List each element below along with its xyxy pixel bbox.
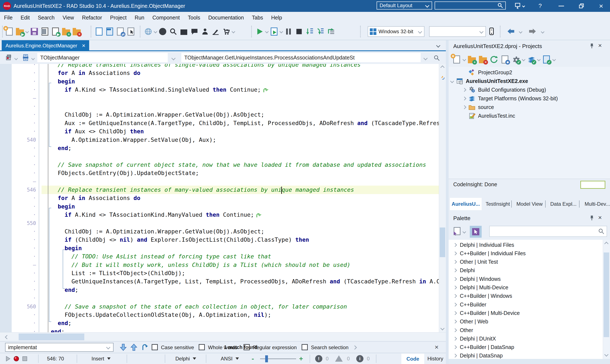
toggle-form-unit-icon[interactable]: ⇄ bbox=[116, 27, 125, 36]
panel-splitter[interactable] bbox=[446, 40, 449, 364]
whole-words-checkbox[interactable] bbox=[199, 344, 205, 350]
view-form-icon[interactable] bbox=[105, 27, 114, 36]
scroll-up-icon[interactable] bbox=[604, 242, 609, 246]
chevron-down-icon[interactable] bbox=[537, 58, 541, 61]
scroll-left-icon[interactable] bbox=[5, 335, 9, 339]
editor-search-icon[interactable] bbox=[433, 55, 440, 61]
pause-icon[interactable] bbox=[284, 27, 293, 36]
compass-icon[interactable] bbox=[158, 27, 167, 36]
code-line[interactable]: List := TList<TObject>(ChildObj); bbox=[0, 269, 446, 277]
class-combo[interactable]: TObjectManager bbox=[37, 53, 168, 62]
close-find-bar-icon[interactable]: × bbox=[435, 343, 439, 351]
chevron-down-icon[interactable] bbox=[462, 58, 466, 61]
zoom-in-button[interactable]: + bbox=[299, 353, 303, 364]
scroll-down-icon[interactable] bbox=[604, 352, 609, 357]
target-device-combo[interactable] bbox=[429, 26, 486, 37]
tree-expand-icon[interactable] bbox=[450, 79, 454, 83]
code-line[interactable]: end; bbox=[0, 319, 446, 327]
macro-stop-icon[interactable] bbox=[22, 355, 28, 362]
zoom-out-button[interactable]: - bbox=[252, 353, 254, 364]
run-without-debugging-icon[interactable] bbox=[270, 27, 279, 36]
chevron-down-icon[interactable] bbox=[522, 58, 526, 61]
remove-file-icon[interactable]: × bbox=[72, 27, 81, 36]
code-line[interactable]: end; bbox=[0, 327, 446, 332]
tree-item[interactable]: Target Platforms (Windows 32-bit) bbox=[449, 94, 610, 103]
panel-tab-3[interactable]: Data Expl... bbox=[548, 198, 579, 210]
desktop-speed-setting-button[interactable] bbox=[510, 0, 529, 12]
select-component-icon[interactable] bbox=[126, 27, 136, 36]
views-icon[interactable]: ✓ bbox=[542, 55, 551, 64]
save-icon[interactable] bbox=[30, 27, 39, 36]
palette-category[interactable]: C++Builder | Windows bbox=[449, 292, 603, 300]
selection-mode-button[interactable] bbox=[470, 226, 482, 238]
menu-tabs[interactable]: Tabs bbox=[248, 15, 267, 21]
expert-icon[interactable] bbox=[200, 27, 210, 36]
remove-file-icon[interactable]: × bbox=[478, 55, 488, 64]
palette-category[interactable]: C++Builder | Individual Files bbox=[449, 249, 603, 258]
expand-icon[interactable] bbox=[453, 277, 457, 281]
tab-list-chevron-icon[interactable] bbox=[436, 43, 440, 48]
expand-icon[interactable] bbox=[453, 345, 457, 349]
open-project-icon[interactable]: ▶ bbox=[15, 27, 25, 36]
expand-icon[interactable] bbox=[453, 251, 457, 255]
code-line[interactable]: // Replace transient instances of single… bbox=[0, 64, 446, 69]
code-line[interactable] bbox=[0, 152, 446, 161]
sign-icon[interactable] bbox=[211, 27, 220, 36]
code-line[interactable]: begin bbox=[0, 77, 446, 86]
code-line[interactable]: for A in Associations do bbox=[0, 194, 446, 202]
tab-close-icon[interactable]: × bbox=[82, 42, 85, 49]
add-file-icon[interactable]: + bbox=[61, 27, 71, 36]
language-dropdown[interactable]: Delphi bbox=[175, 353, 196, 364]
new-project-icon[interactable]: ✳ bbox=[452, 55, 461, 64]
palette-category[interactable]: Other | Unit Test bbox=[449, 258, 603, 266]
chevron-down-icon[interactable] bbox=[26, 30, 29, 33]
palette-category[interactable]: C++Builder | DataSnap bbox=[449, 343, 603, 351]
tree-item[interactable]: AureliusTest.inc bbox=[449, 112, 610, 120]
expand-icon[interactable] bbox=[453, 243, 457, 247]
stop-icon[interactable] bbox=[294, 27, 304, 36]
code-line[interactable]: end; bbox=[0, 144, 446, 152]
palette-category[interactable]: Delphi | DataSnap bbox=[449, 351, 603, 359]
panel-tab-4[interactable]: Multi-Dev... bbox=[582, 198, 610, 210]
menu-file[interactable]: File bbox=[0, 15, 16, 21]
panel-tab-1[interactable]: TestInsight bbox=[484, 198, 511, 210]
panel-tab-0[interactable]: AureliusU... bbox=[450, 198, 482, 210]
palette-category[interactable]: Delphi | Individual Files bbox=[449, 241, 603, 249]
code-line[interactable] bbox=[0, 294, 446, 302]
menu-project[interactable]: Project bbox=[106, 15, 131, 21]
menu-documentation[interactable]: Documentation bbox=[204, 15, 248, 21]
minimize-button[interactable] bbox=[553, 0, 570, 12]
code-line[interactable]: ChildObj := A.Optimization.Wrapper.GetVa… bbox=[0, 227, 446, 236]
scroll-thumb[interactable] bbox=[440, 228, 445, 257]
search-selection-checkbox[interactable] bbox=[302, 344, 308, 350]
chevron-down-icon[interactable] bbox=[552, 58, 556, 61]
close-projects-icon[interactable]: × bbox=[598, 42, 602, 49]
show-source-icon[interactable]: ☻ bbox=[500, 55, 510, 64]
run-until-return-icon[interactable] bbox=[326, 27, 336, 36]
expand-icon[interactable] bbox=[453, 294, 457, 298]
code-line[interactable]: A.Optimization.Wrapper.SetValue(Obj, Aux… bbox=[0, 136, 446, 144]
menu-component[interactable]: Component bbox=[149, 15, 184, 21]
step-over-icon[interactable] bbox=[316, 27, 325, 36]
palette-category[interactable]: Delphi | Multi-Device bbox=[449, 283, 603, 292]
editor-tab[interactable]: Aurelius.Engine.ObjectManager × bbox=[2, 40, 89, 51]
expand-icon[interactable] bbox=[453, 311, 457, 315]
more-options-chevron-icon[interactable] bbox=[353, 345, 357, 350]
code-line[interactable]: GetUniqueInstances(A.TargetType, List, T… bbox=[0, 277, 446, 286]
code-line[interactable]: for A in Associations do bbox=[0, 69, 446, 77]
find-previous-icon[interactable] bbox=[130, 343, 138, 352]
navigate-back-icon[interactable] bbox=[506, 27, 515, 36]
tree-expand-icon[interactable] bbox=[462, 105, 466, 109]
menu-view[interactable]: View bbox=[59, 15, 78, 21]
code-line[interactable]: FObjects.UpdateCollectionOldState(Obj, A… bbox=[0, 311, 446, 319]
chevron-down-icon[interactable] bbox=[265, 30, 269, 33]
expand-icon[interactable] bbox=[453, 303, 457, 306]
platform-combo[interactable]: Windows 32-bit bbox=[368, 26, 424, 37]
palette-category[interactable]: C++Builder | Multi-Device bbox=[449, 309, 603, 317]
palette-category[interactable]: Delphi | Windows bbox=[449, 275, 603, 283]
tree-item[interactable]: source bbox=[449, 103, 610, 112]
code-line[interactable]: // Save snapshot of current object state… bbox=[0, 161, 446, 169]
scroll-down-icon[interactable] bbox=[440, 326, 445, 330]
macro-play-icon[interactable] bbox=[5, 355, 11, 362]
chevron-down-icon[interactable] bbox=[462, 230, 466, 234]
